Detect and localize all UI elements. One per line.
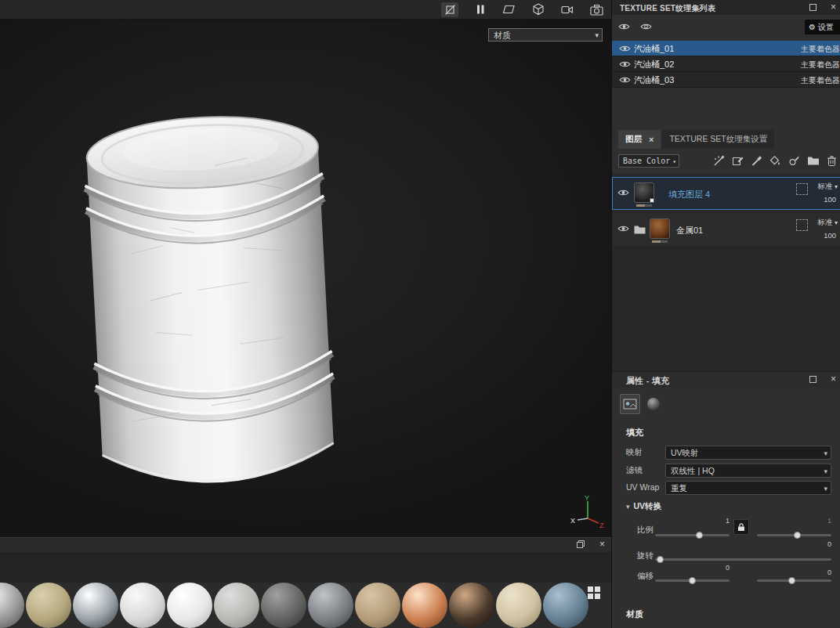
layer-opacity[interactable]: 100 bbox=[824, 231, 836, 240]
offset-y-slider[interactable] bbox=[757, 579, 831, 582]
isolate-eye-icon[interactable] bbox=[640, 23, 652, 31]
close-icon[interactable]: × bbox=[831, 2, 836, 12]
layer-name[interactable]: 填充图层 4 bbox=[668, 189, 710, 200]
chevron-down-icon: ▾ bbox=[835, 219, 838, 226]
material-sphere-steel-gray[interactable] bbox=[308, 583, 353, 628]
plane-icon[interactable] bbox=[502, 4, 516, 15]
trash-icon[interactable] bbox=[827, 155, 837, 167]
layer-row[interactable]: 填充图层 4标准 ▾100 bbox=[612, 177, 840, 210]
texture-set-row[interactable]: 汽油桶_03主要着色器 bbox=[612, 72, 840, 88]
folder-icon[interactable] bbox=[807, 156, 820, 166]
scale-x-slider[interactable] bbox=[655, 534, 730, 536]
settings-button[interactable]: ⚙ 设置 bbox=[805, 20, 840, 34]
viewport-material-dropdown[interactable]: 材质 ▾ bbox=[488, 28, 603, 42]
uv-transform-section[interactable]: ▾UV转换 bbox=[626, 501, 661, 512]
layer-thumbnail[interactable] bbox=[634, 182, 654, 203]
scale-x-value: 1 bbox=[655, 517, 730, 525]
rotation-label: 旋转 bbox=[637, 550, 654, 561]
no-snap-icon[interactable] bbox=[441, 2, 458, 17]
pause-icon[interactable] bbox=[475, 4, 486, 15]
material-mode-button[interactable] bbox=[620, 394, 640, 414]
tab-texture-set-settings[interactable]: TEXTURE SET纹理集设置 bbox=[662, 130, 774, 149]
visibility-eye-icon[interactable] bbox=[619, 76, 631, 84]
offset-x-slider[interactable] bbox=[655, 579, 730, 582]
lock-icon[interactable] bbox=[733, 519, 749, 535]
show-all-eye-icon[interactable] bbox=[618, 23, 630, 31]
layer-name[interactable]: 金属01 bbox=[676, 225, 703, 236]
camera-icon[interactable] bbox=[590, 4, 603, 16]
material-section-title: 材质 bbox=[626, 608, 643, 620]
visibility-eye-icon[interactable] bbox=[619, 60, 631, 68]
material-sphere-concrete[interactable] bbox=[214, 583, 259, 628]
shelf-materials bbox=[0, 583, 611, 628]
scale-label: 比例 bbox=[637, 525, 654, 536]
rotation-slider[interactable] bbox=[655, 558, 831, 561]
3d-viewport[interactable]: 材质 ▾ Y X Z bbox=[0, 20, 611, 537]
properties-panel-header: 属性 - 填充 × bbox=[612, 371, 840, 388]
texture-set-shader-label: 主要着色器 bbox=[801, 75, 840, 86]
add-effect-icon[interactable] bbox=[713, 155, 725, 167]
tab-layers-label: 图层 bbox=[625, 134, 642, 145]
restore-icon[interactable] bbox=[809, 3, 817, 12]
viewport-toolbar bbox=[0, 0, 611, 20]
layer-opacity[interactable]: 100 bbox=[824, 195, 836, 204]
add-paint-layer-icon[interactable] bbox=[751, 155, 762, 167]
restore-icon[interactable] bbox=[576, 540, 585, 549]
tab-layers[interactable]: 图层 × bbox=[618, 130, 661, 149]
video-camera-icon[interactable] bbox=[561, 5, 574, 15]
material-sphere-cream[interactable] bbox=[496, 583, 541, 628]
layer-visibility-icon[interactable] bbox=[617, 225, 629, 233]
material-sphere-tan[interactable] bbox=[355, 583, 400, 628]
settings-button-label: 设置 bbox=[818, 22, 834, 33]
layer-visibility-icon[interactable] bbox=[617, 189, 629, 197]
material-sphere-dark-bronze[interactable] bbox=[449, 583, 494, 628]
material-sphere-khaki[interactable] bbox=[26, 583, 71, 628]
visibility-eye-icon[interactable] bbox=[619, 45, 631, 52]
blend-mode-dropdown[interactable]: 标准 ▾ bbox=[817, 182, 838, 192]
shelf-panel-header[interactable]: × bbox=[0, 538, 611, 552]
texture-set-row[interactable]: 汽油桶_01主要着色器 bbox=[612, 41, 840, 56]
close-icon[interactable]: × bbox=[599, 540, 605, 549]
sphere-view-button[interactable] bbox=[643, 394, 664, 414]
scale-y-slider[interactable] bbox=[757, 534, 831, 536]
barrel-model[interactable] bbox=[77, 90, 343, 505]
mapping-label: 映射 bbox=[626, 447, 643, 458]
mask-placeholder-icon[interactable] bbox=[796, 219, 808, 231]
add-fill-layer-icon[interactable] bbox=[732, 155, 744, 167]
texture-set-panel-title: TEXTURE SET纹理集列表 bbox=[620, 3, 715, 14]
chevron-down-icon: ▾ bbox=[824, 482, 827, 496]
filter-dropdown[interactable]: 双线性 | HQ ▾ bbox=[665, 464, 831, 478]
material-sphere-steel-blue[interactable] bbox=[543, 583, 588, 628]
material-sphere-dark-gray[interactable] bbox=[261, 583, 306, 628]
smudge-icon[interactable] bbox=[788, 155, 800, 167]
close-icon[interactable]: × bbox=[831, 374, 836, 384]
layer-row[interactable]: 金属01标准 ▾100 bbox=[612, 213, 840, 246]
channel-dropdown[interactable]: Base Color ▾ bbox=[618, 154, 679, 168]
tab-close-icon[interactable]: × bbox=[649, 135, 654, 144]
tab-texture-set-settings-label: TEXTURE SET纹理集设置 bbox=[669, 134, 767, 145]
texture-set-row[interactable]: 汽油桶_02主要着色器 bbox=[612, 56, 840, 72]
fill-section-title: 填充 bbox=[626, 427, 643, 439]
channel-dropdown-value: Base Color bbox=[623, 157, 670, 165]
cube-icon[interactable] bbox=[532, 3, 545, 16]
grid-view-icon[interactable] bbox=[588, 586, 601, 600]
gizmo-y-label: Y bbox=[585, 494, 589, 502]
material-sphere-white-marble[interactable] bbox=[120, 583, 165, 628]
material-sphere-silver-disco[interactable] bbox=[0, 583, 24, 628]
restore-icon[interactable] bbox=[809, 375, 817, 384]
uv-wrap-dropdown[interactable]: 重复 ▾ bbox=[665, 481, 831, 495]
channel-indicator-bar bbox=[636, 204, 652, 207]
paint-bucket-icon[interactable] bbox=[769, 155, 781, 167]
material-sphere-chrome[interactable] bbox=[73, 583, 118, 628]
layer-thumbnail[interactable] bbox=[650, 218, 670, 239]
gizmo-z-label: Z bbox=[599, 522, 604, 529]
sphere-icon bbox=[647, 398, 660, 410]
offset-y-value: 0 bbox=[757, 568, 831, 576]
blend-mode-dropdown[interactable]: 标准 ▾ bbox=[817, 218, 838, 228]
material-sphere-white[interactable] bbox=[167, 583, 212, 628]
mask-placeholder-icon[interactable] bbox=[796, 183, 808, 195]
chevron-down-icon: ▾ bbox=[626, 503, 630, 511]
material-sphere-copper[interactable] bbox=[402, 583, 447, 628]
texture-set-name: 汽油桶_02 bbox=[634, 59, 674, 70]
mapping-dropdown[interactable]: UV映射 ▾ bbox=[665, 446, 831, 460]
